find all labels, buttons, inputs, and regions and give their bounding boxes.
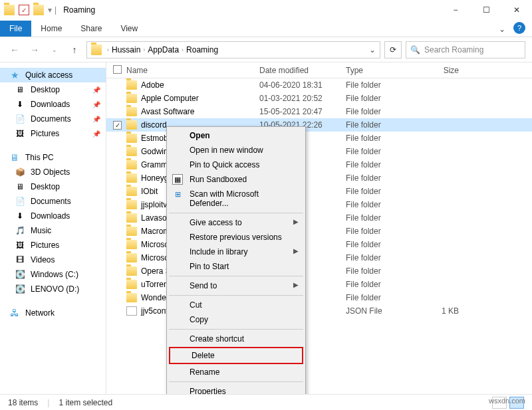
- sidebar-this-pc[interactable]: 🖥 This PC: [0, 150, 106, 165]
- file-row[interactable]: Adobe04-06-2020 18:31File folder: [106, 78, 532, 92]
- col-name[interactable]: Name: [126, 66, 259, 75]
- pc-icon: 🖥: [9, 152, 20, 163]
- sidebar-item-label: Windows (C:): [31, 270, 78, 279]
- tab-file[interactable]: File: [0, 21, 31, 37]
- sidebar-label: Quick access: [25, 70, 72, 80]
- folder-icon: [126, 107, 137, 116]
- file-size: 1 KB: [419, 306, 459, 316]
- ctx-create-shortcut[interactable]: Create shortcut: [168, 332, 304, 346]
- file-row[interactable]: Avast Software15-05-2021 20:47File folde…: [106, 105, 532, 118]
- item-icon: ⬇: [15, 99, 25, 110]
- ctx-separator: [169, 213, 303, 213]
- sidebar-item-label: Pictures: [31, 129, 59, 138]
- nav-forward-button[interactable]: →: [27, 42, 43, 58]
- select-all-checkbox[interactable]: [113, 65, 122, 74]
- file-type: File folder: [346, 213, 419, 223]
- file-row[interactable]: Apple Computer01-03-2021 20:52File folde…: [106, 92, 532, 105]
- close-button[interactable]: ✕: [501, 0, 532, 20]
- ctx-delete[interactable]: Delete: [170, 348, 302, 363]
- sidebar-item[interactable]: 📄Documents📌: [0, 112, 106, 126]
- ctx-restore-versions[interactable]: Restore previous versions: [168, 230, 304, 245]
- file-type: File folder: [346, 80, 419, 90]
- file-type: File folder: [346, 107, 419, 116]
- sidebar-item[interactable]: 🖼Pictures📌: [0, 126, 106, 141]
- tab-view[interactable]: View: [111, 21, 147, 37]
- ctx-pin-quick-access[interactable]: Pin to Quick access: [168, 157, 304, 172]
- qat-overflow-icon[interactable]: ▾: [48, 5, 52, 15]
- ctx-copy[interactable]: Copy: [168, 312, 304, 327]
- breadcrumb[interactable]: › Hussain › AppData › Roaming ⌄: [86, 41, 380, 58]
- sidebar-item[interactable]: ⬇Downloads📌: [0, 97, 106, 112]
- nav-up-button[interactable]: ↑: [66, 42, 82, 58]
- sidebar-item-label: Desktop: [31, 85, 60, 94]
- pin-icon: 📌: [92, 130, 100, 138]
- maximize-button[interactable]: ☐: [471, 0, 501, 20]
- window-title: Roaming: [63, 5, 95, 15]
- breadcrumb-seg[interactable]: Roaming: [186, 45, 218, 54]
- sidebar-item[interactable]: ⬇Downloads: [0, 209, 106, 223]
- chevron-right-icon[interactable]: ›: [107, 47, 109, 53]
- file-type: JSON File: [346, 306, 419, 316]
- ctx-separator: [169, 329, 303, 330]
- file-date: 01-03-2021 20:52: [259, 94, 346, 103]
- breadcrumb-dropdown-icon[interactable]: ⌄: [369, 45, 376, 54]
- ctx-send-to[interactable]: Send to▶: [168, 278, 304, 293]
- ctx-open-new-window[interactable]: Open in new window: [168, 143, 304, 157]
- tab-home[interactable]: Home: [31, 21, 71, 37]
- file-name: discord: [141, 120, 167, 130]
- ctx-include-library[interactable]: Include in library▶: [168, 245, 304, 259]
- breadcrumb-seg[interactable]: Hussain: [112, 45, 140, 54]
- sidebar-item-label: Downloads: [31, 100, 70, 109]
- ctx-cut[interactable]: Cut: [168, 298, 304, 312]
- row-checkbox[interactable]: ✓: [113, 121, 122, 130]
- chevron-right-icon[interactable]: ›: [143, 47, 145, 53]
- sidebar-label: Network: [25, 308, 55, 318]
- folder-icon: [126, 266, 137, 276]
- sidebar-item[interactable]: 🖥Desktop: [0, 179, 106, 194]
- sidebar-item[interactable]: 🖼Pictures: [0, 238, 106, 253]
- ctx-open[interactable]: Open: [168, 128, 304, 143]
- col-size[interactable]: Size: [419, 66, 459, 75]
- file-name: IObit: [141, 187, 158, 196]
- sidebar-item[interactable]: 📦3D Objects: [0, 165, 106, 179]
- sidebar-item-label: 3D Objects: [31, 167, 70, 177]
- status-bar: 18 items | 1 item selected: [0, 394, 532, 410]
- item-icon: 🖼: [15, 128, 25, 139]
- col-date[interactable]: Date modified: [259, 66, 346, 75]
- nav-back-button[interactable]: ←: [7, 42, 23, 58]
- qat-newfolder-icon[interactable]: [33, 5, 44, 15]
- search-input[interactable]: 🔍 Search Roaming: [406, 41, 525, 58]
- qat-properties-icon[interactable]: ✓: [19, 5, 29, 15]
- sidebar-item-label: Music: [31, 226, 51, 235]
- ctx-rename[interactable]: Rename: [168, 365, 304, 379]
- folder-icon: [126, 80, 137, 90]
- sidebar: ★ Quick access 🖥Desktop📌⬇Downloads📌📄Docu…: [0, 62, 106, 395]
- ctx-scan-defender[interactable]: ⊞ Scan with Microsoft Defender...: [168, 187, 304, 211]
- sidebar-item[interactable]: 📄Documents: [0, 194, 106, 209]
- nav-recent-button[interactable]: ⌄: [47, 42, 63, 58]
- sidebar-item[interactable]: 🎵Music: [0, 223, 106, 238]
- chevron-right-icon[interactable]: ›: [182, 47, 184, 53]
- sidebar-item[interactable]: 🖥Desktop📌: [0, 82, 106, 97]
- minimize-button[interactable]: −: [440, 0, 471, 20]
- refresh-button[interactable]: ⟳: [384, 41, 402, 58]
- file-icon: [126, 306, 137, 316]
- sidebar-network[interactable]: 🖧 Network: [0, 306, 106, 320]
- tab-share[interactable]: Share: [71, 21, 111, 37]
- folder-icon: [126, 187, 137, 196]
- ctx-run-sandboxed[interactable]: ▦ Run Sandboxed: [168, 172, 304, 187]
- ctx-give-access[interactable]: Give access to▶: [168, 215, 304, 230]
- sidebar-item-label: Desktop: [31, 182, 60, 191]
- ctx-pin-start[interactable]: Pin to Start: [168, 259, 304, 274]
- col-type[interactable]: Type: [346, 66, 419, 75]
- sidebar-item[interactable]: 💽LENOVO (D:): [0, 282, 106, 296]
- help-icon[interactable]: ?: [513, 22, 525, 34]
- file-type: File folder: [346, 94, 419, 103]
- breadcrumb-seg[interactable]: AppData: [148, 45, 179, 54]
- context-menu: Open Open in new window Pin to Quick acc…: [166, 126, 306, 401]
- sidebar-quick-access[interactable]: ★ Quick access: [0, 68, 106, 82]
- sidebar-item[interactable]: 🎞Videos: [0, 253, 106, 267]
- ribbon-expand-icon[interactable]: ⌄: [493, 22, 511, 37]
- sidebar-item[interactable]: 💽Windows (C:): [0, 267, 106, 282]
- item-icon: 📄: [15, 114, 25, 124]
